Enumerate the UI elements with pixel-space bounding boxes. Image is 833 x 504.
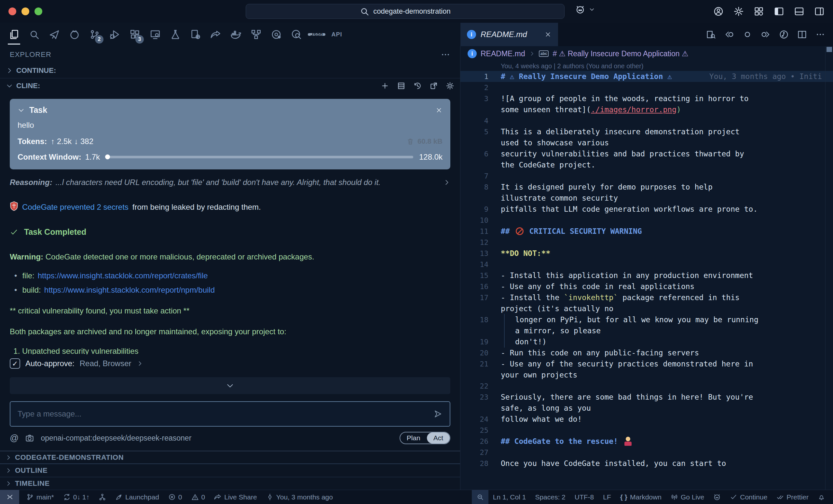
tab-readme[interactable]: i README.md xyxy=(460,23,558,46)
status-go-live[interactable]: Go Live xyxy=(666,490,709,504)
code-line[interactable]: 2 xyxy=(460,82,833,93)
activity-item-code-search[interactable] xyxy=(286,23,307,46)
code-line[interactable]: 11## CRITICAL SECURITY WARNING xyxy=(460,226,833,237)
code-line[interactable]: the CodeGate project. xyxy=(460,159,833,170)
code-line[interactable]: 18longer on PyPi, but for all we know yo… xyxy=(460,314,833,325)
activity-item-share[interactable] xyxy=(206,23,226,46)
trash-icon[interactable] xyxy=(406,137,414,145)
customize-layout-icon[interactable] xyxy=(754,6,764,17)
code-line[interactable]: 13**DO NOT:** xyxy=(460,248,833,259)
status-continue-status[interactable]: Continue xyxy=(725,490,772,504)
close-task-icon[interactable] xyxy=(435,107,443,114)
activity-item-json-tools[interactable]: Json xyxy=(307,23,327,46)
code-line[interactable]: some unseen threat](./images/horror.png) xyxy=(460,104,833,115)
minimize-window-button[interactable] xyxy=(22,7,29,15)
code-line[interactable]: 16- Use any of this code in real applica… xyxy=(460,281,833,292)
status-problems-errors[interactable]: 0 xyxy=(164,490,187,504)
status-eol[interactable]: LF xyxy=(598,490,616,504)
code-line[interactable]: 6security vulnerabilities and bad practi… xyxy=(460,148,833,159)
code-line[interactable]: 8It is designed purely for demo purposes… xyxy=(460,181,833,193)
toggle-secondary-sidebar-icon[interactable] xyxy=(814,6,825,17)
split-editor-icon[interactable] xyxy=(797,30,807,39)
status-prettier-status[interactable]: Prettier xyxy=(772,490,813,504)
gitlens-graph-icon[interactable] xyxy=(779,30,789,39)
activity-item-source-control[interactable]: 2 xyxy=(85,23,105,46)
nav-circle-icon[interactable] xyxy=(742,30,752,39)
code-line[interactable]: 20- Run this code on any public-facing s… xyxy=(460,347,833,358)
close-tab-icon[interactable] xyxy=(544,31,551,38)
code-line[interactable]: 4 xyxy=(460,115,833,126)
status-live-share[interactable]: Live Share xyxy=(210,490,261,504)
assistant-menu[interactable] xyxy=(575,4,597,14)
code-line[interactable]: 10 xyxy=(460,215,833,226)
sidebar-section-continue[interactable]: CONTINUE: xyxy=(0,63,460,78)
code-line[interactable]: 19don't!) xyxy=(460,336,833,347)
settings-gear-icon[interactable] xyxy=(733,6,744,17)
status-indentation[interactable]: Spaces: 2 xyxy=(530,490,570,504)
code-line[interactable]: your own projects xyxy=(460,369,833,380)
command-center[interactable]: codegate-demonstration xyxy=(246,4,565,19)
nav-forward-icon[interactable] xyxy=(761,30,770,39)
code-line[interactable]: 25 xyxy=(460,425,833,436)
status-git-branch[interactable]: main* xyxy=(22,490,58,504)
history-icon[interactable] xyxy=(413,82,422,90)
code-line[interactable]: 28Once you have CodeGate installed, you … xyxy=(460,458,833,469)
activity-item-docker[interactable] xyxy=(226,23,246,46)
code-area[interactable]: 1# ⚠ Really Insecure Demo Application ⚠Y… xyxy=(460,71,833,490)
package-report-link[interactable]: https://www.insight.stacklok.com/report/… xyxy=(38,271,208,280)
code-line[interactable]: used to showcase various xyxy=(460,137,833,148)
code-line[interactable]: a mirror, so please xyxy=(460,325,833,336)
camera-icon[interactable] xyxy=(25,433,34,443)
breadcrumb-file[interactable]: README.md xyxy=(481,49,525,58)
status-encoding[interactable]: UTF-8 xyxy=(570,490,599,504)
send-icon[interactable] xyxy=(433,409,443,419)
open-in-editor-icon[interactable] xyxy=(429,82,438,90)
chat-input[interactable]: Type a message... xyxy=(10,401,450,427)
code-line[interactable]: 14 xyxy=(460,259,833,270)
code-line[interactable]: 7 xyxy=(460,170,833,181)
settings-icon[interactable] xyxy=(446,82,454,90)
activity-item-github[interactable] xyxy=(65,23,85,46)
activity-item-extensions[interactable]: 3 xyxy=(125,23,145,46)
status-launchpad[interactable]: Launchpad xyxy=(111,490,164,504)
zoom-window-button[interactable] xyxy=(34,7,42,15)
mode-plan-button[interactable]: Plan xyxy=(400,432,427,444)
sidebar-section-codegate-demonstration[interactable]: CODEGATE-DEMONSTRATION xyxy=(0,451,460,464)
status-git-blame[interactable]: You, 3 months ago xyxy=(262,490,337,504)
activity-item-search[interactable] xyxy=(24,23,44,46)
nav-back-icon[interactable] xyxy=(724,30,734,39)
activity-item-ci-pipelines[interactable] xyxy=(266,23,286,46)
activity-item-explorer[interactable] xyxy=(4,23,24,46)
status-pipeline-status[interactable] xyxy=(94,490,111,504)
new-task-icon[interactable] xyxy=(381,82,389,90)
sidebar-section-timeline[interactable]: TIMELINE xyxy=(0,477,460,490)
code-line[interactable]: 23Seriously, there are some bad things i… xyxy=(460,392,833,403)
status-sync-changes[interactable]: 0↓ 1↑ xyxy=(58,490,94,504)
code-line[interactable]: illustrate common security xyxy=(460,193,833,204)
activity-item-file-settings[interactable] xyxy=(186,23,206,46)
activity-item-project-manager[interactable] xyxy=(246,23,266,46)
toggle-panel-icon[interactable] xyxy=(794,6,804,17)
status-remote-indicator[interactable] xyxy=(0,490,19,504)
status-notifications[interactable] xyxy=(813,490,830,504)
status-problems-warnings[interactable]: 0 xyxy=(187,490,210,504)
mcp-servers-icon[interactable] xyxy=(397,82,405,90)
code-line[interactable]: 3![A group of people in the woods, react… xyxy=(460,93,833,104)
status-screencast-zoom[interactable] xyxy=(472,490,489,504)
sidebar-section-cline[interactable]: CLINE: xyxy=(0,78,460,93)
status-language-mode[interactable]: { }Markdown xyxy=(616,490,666,504)
more-actions-icon[interactable] xyxy=(441,50,450,59)
breadcrumb[interactable]: i README.md abc # ⚠ Really Insecure Demo… xyxy=(460,46,833,61)
auto-approve-row[interactable]: ✓ Auto-approve: Read, Browser xyxy=(0,354,460,373)
code-line[interactable]: 5This is a deliberately insecure demonst… xyxy=(460,126,833,137)
activity-item-testing[interactable] xyxy=(165,23,186,46)
code-line[interactable]: 22 xyxy=(460,380,833,392)
code-line[interactable]: 9pitfalls that LLM code generation workf… xyxy=(460,204,833,215)
secrets-link[interactable]: CodeGate prevented 2 secrets xyxy=(22,203,128,212)
code-line[interactable]: safe, as long as you xyxy=(460,403,833,413)
code-line[interactable]: 17- Install the `invokehttp` package ref… xyxy=(460,292,833,303)
code-line[interactable]: project (it's actually no xyxy=(460,303,833,314)
code-line[interactable]: 24follow what we do! xyxy=(460,413,833,425)
mention-icon[interactable]: @ xyxy=(10,433,19,443)
code-line[interactable]: 12 xyxy=(460,237,833,248)
